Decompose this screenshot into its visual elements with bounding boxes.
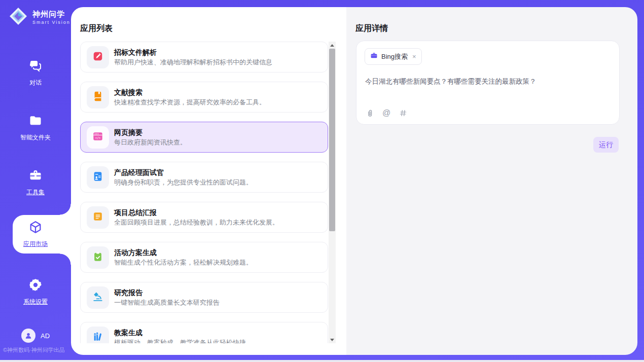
toolbox-icon — [28, 168, 43, 185]
app-card[interactable]: 研究报告 一键智能生成高质量长文本研究报告 — [80, 282, 328, 313]
main-panel: 应用列表 招标文件解析 帮助用户快速、准确地理解和解析招标书中的关键信息 文献搜… — [71, 7, 637, 355]
prompt-card: Bing搜索 × 今日湖北有哪些新闻要点？有哪些需要关注的最新政策？ @ — [356, 41, 620, 125]
sidebar-item-gear[interactable]: 系统设置 — [0, 274, 71, 310]
resume-icon — [92, 171, 103, 184]
scrollbar[interactable] — [329, 42, 336, 343]
scroll-up-button[interactable] — [329, 42, 336, 49]
app-cards-list: 招标文件解析 帮助用户快速、准确地理解和解析招标书中的关键信息 文献搜索 快速精… — [80, 42, 328, 343]
scroll-down-button[interactable] — [329, 336, 336, 343]
app-card-title: 产品经理面试官 — [114, 167, 253, 177]
gear-icon — [28, 278, 43, 294]
app-card[interactable]: 文献搜索 快速精准查找学术资源，提高研究效率的必备工具。 — [80, 82, 328, 113]
app-card[interactable]: 项目总结汇报 全面回顾项目进展，总结经验教训，助力未来优化发展。 — [80, 202, 328, 233]
app-card-title: 活动方案生成 — [114, 247, 253, 258]
app-card-title: 项目总结汇报 — [114, 207, 279, 218]
app-list-section: 应用列表 招标文件解析 帮助用户快速、准确地理解和解析招标书中的关键信息 文献搜… — [71, 7, 346, 355]
brand-name: 神州问学 — [32, 10, 70, 19]
sidebar: 神州问学 Smart Vision 对话 智能文件夹 工具集 应用市场 — [0, 0, 71, 360]
tool-tag-label: Bing搜索 — [381, 52, 408, 61]
app-card-title: 招标文件解析 — [114, 47, 272, 57]
user-initials: AD — [41, 332, 50, 340]
mention-icon[interactable]: @ — [382, 108, 391, 118]
prompt-text[interactable]: 今日湖北有哪些新闻要点？有哪些需要关注的最新政策？ — [365, 77, 611, 87]
user-account[interactable]: AD — [0, 329, 71, 343]
scrollbar-thumb[interactable] — [329, 49, 335, 231]
sidebar-item-label: 工具集 — [26, 188, 45, 197]
paperclip-icon[interactable] — [365, 108, 374, 118]
app-card[interactable]: 产品经理面试官 明确身份和职责，为您提供专业性的面试问题。 — [80, 162, 328, 193]
microscope-icon — [92, 291, 103, 304]
app-card-description: 全面回顾项目进展，总结经验教训，助力未来优化发展。 — [114, 218, 279, 227]
cube-icon — [28, 220, 43, 236]
app-card-description: 智能生成个性化活动方案，轻松解决规划难题。 — [114, 258, 253, 267]
edit-square-icon — [92, 51, 103, 64]
app-detail-title: 应用详情 — [355, 23, 388, 34]
app-card-description: 帮助用户快速、准确地理解和解析招标书中的关键信息 — [114, 57, 272, 67]
sidebar-item-label: 智能文件夹 — [20, 133, 51, 142]
app-card-description: 快速精准查找学术资源，提高研究效率的必备工具。 — [114, 97, 266, 107]
sidebar-item-label: 应用市场 — [23, 240, 48, 248]
browser-icon: </> — [92, 131, 103, 144]
app-card[interactable]: 活动方案生成 智能生成个性化活动方案，轻松解决规划难题。 — [80, 242, 328, 273]
copyright-text: ©神州数码·神州问学出品 — [3, 346, 65, 354]
clipboard-check-icon — [92, 251, 103, 264]
composer-toolbar: @ — [365, 108, 408, 118]
bottom-strip — [0, 360, 644, 362]
app-card[interactable]: </> 网页摘要 每日政府新闻资讯快查。 — [80, 122, 328, 153]
chat-icon — [28, 59, 43, 75]
tool-tag-bing-search[interactable]: Bing搜索 × — [365, 48, 422, 65]
brand-subtitle: Smart Vision — [32, 20, 70, 25]
book-icon — [92, 91, 103, 104]
sidebar-item-label: 系统设置 — [23, 298, 48, 306]
sidebar-item-chat[interactable]: 对话 — [0, 55, 71, 91]
sidebar-item-label: 对话 — [29, 79, 42, 87]
app-list-title: 应用列表 — [80, 23, 113, 34]
app-card-description: 明确身份和职责，为您提供专业性的面试问题。 — [114, 177, 253, 187]
hash-icon[interactable] — [399, 108, 408, 118]
app-detail-section: 应用详情 Bing搜索 × 今日湖北有哪些新闻要点？有哪些需要关注的最新政策？ … — [346, 7, 637, 355]
app-card-title: 文献搜索 — [114, 87, 266, 97]
avatar[interactable] — [21, 329, 35, 343]
app-card-description: 一键智能生成高质量长文本研究报告 — [114, 298, 220, 307]
note-icon — [92, 211, 103, 224]
diamond-logo-icon — [8, 6, 28, 28]
sidebar-item-cube[interactable]: 应用市场 — [0, 215, 71, 254]
app-card[interactable]: 教案生成 模板驱动，教案秒成，教学准备从此轻松快捷 — [80, 322, 328, 343]
sidebar-item-folder[interactable]: 智能文件夹 — [0, 110, 71, 146]
tag-close-icon[interactable]: × — [412, 53, 416, 60]
app-card-title: 教案生成 — [114, 328, 246, 338]
brand-logo: 神州问学 Smart Vision — [8, 6, 70, 28]
svg-text:</>: </> — [95, 135, 101, 139]
app-card-description: 每日政府新闻资讯快查。 — [114, 137, 187, 147]
user-icon — [24, 331, 33, 340]
run-button[interactable]: 运行 — [593, 137, 619, 153]
app-card-title: 网页摘要 — [114, 127, 187, 137]
sidebar-item-toolbox[interactable]: 工具集 — [0, 164, 71, 201]
app-card-title: 研究报告 — [114, 287, 220, 298]
app-card[interactable]: 招标文件解析 帮助用户快速、准确地理解和解析招标书中的关键信息 — [80, 42, 328, 73]
briefcase-icon — [370, 52, 378, 61]
app-card-description: 模板驱动，教案秒成，教学准备从此轻松快捷 — [114, 338, 246, 343]
books-icon — [92, 331, 103, 344]
folder-icon — [28, 114, 43, 130]
